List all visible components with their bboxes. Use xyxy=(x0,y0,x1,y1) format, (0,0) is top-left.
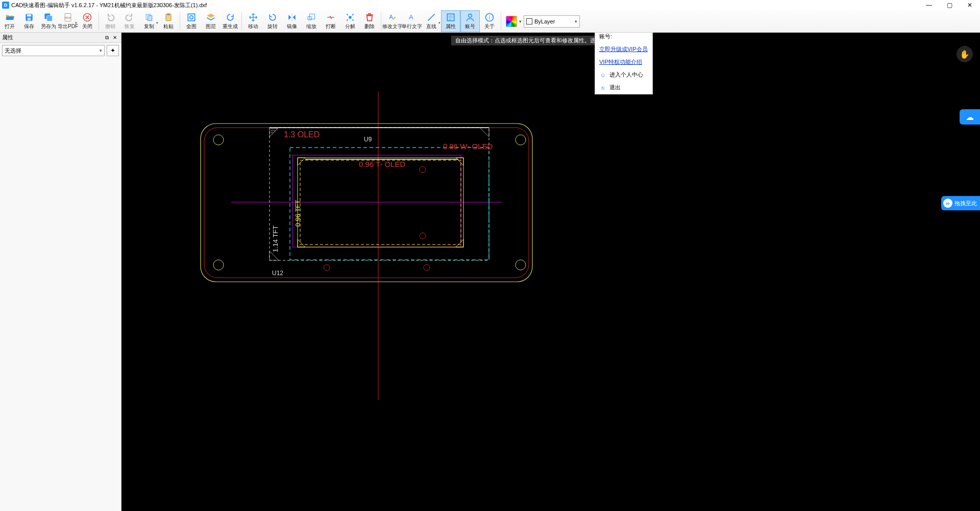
app-icon: D xyxy=(2,2,9,9)
selection-combo[interactable]: 无选择 ▾ xyxy=(2,45,105,56)
folder-open-icon xyxy=(4,12,15,22)
svg-rect-2 xyxy=(28,18,31,20)
break-button[interactable]: 打断 xyxy=(321,10,340,32)
layer-combo[interactable]: ByLayer ▾ xyxy=(524,15,580,28)
redo-button[interactable]: 恢复 xyxy=(120,10,139,32)
svg-point-28 xyxy=(213,135,224,145)
paste-button[interactable]: 粘贴 xyxy=(159,10,178,32)
refresh-icon xyxy=(225,12,236,22)
layer-combo-label: ByLayer xyxy=(534,18,555,25)
save-button[interactable]: 保存 xyxy=(19,10,39,32)
svg-rect-9 xyxy=(148,16,152,21)
svg-rect-1 xyxy=(27,14,31,16)
scale-button[interactable]: 缩放 xyxy=(302,10,321,32)
copy-icon xyxy=(143,12,155,22)
titlebar: D CAD快速看图-编辑助手 v1.6.2.17 - YM21机械约束最新版23… xyxy=(0,0,980,10)
svg-text:PDF: PDF xyxy=(65,16,71,19)
color-picker[interactable] xyxy=(506,16,517,27)
zoom-extents-icon xyxy=(186,12,197,22)
rotate-button[interactable]: 旋转 xyxy=(263,10,282,32)
svg-text:1.3  OLED: 1.3 OLED xyxy=(284,130,320,139)
svg-rect-20 xyxy=(447,14,454,20)
logout-link[interactable]: ⎋退出 xyxy=(595,81,652,94)
line-button[interactable]: 直线▾ xyxy=(422,10,441,32)
drag-tab[interactable]: ∞ 拖拽至此 xyxy=(941,196,980,210)
layer-color-swatch xyxy=(526,18,532,25)
selection-combo-label: 无选择 xyxy=(5,47,21,55)
mirror-button[interactable]: 镜像 xyxy=(282,10,302,32)
delete-button[interactable]: 删除 xyxy=(360,10,379,32)
close-file-button[interactable]: 关闭 xyxy=(78,10,97,32)
saveas-button[interactable]: 另存为 xyxy=(39,10,58,32)
line-icon xyxy=(426,12,437,22)
svg-text:U9: U9 xyxy=(364,136,372,143)
layers-icon xyxy=(205,12,216,22)
edit-text-icon: A xyxy=(387,12,398,22)
cloud-tab[interactable]: ☁ xyxy=(960,109,980,125)
chevron-down-icon: ▾ xyxy=(575,19,577,24)
properties-header: 属性 ⧉ ✕ xyxy=(0,33,121,43)
close-file-icon xyxy=(82,12,93,22)
edittext-button[interactable]: A 修改文字 xyxy=(383,10,402,32)
svg-line-19 xyxy=(428,14,434,20)
account-button[interactable]: 账号 xyxy=(460,10,480,32)
pan-tool-button[interactable]: ✋ xyxy=(957,46,973,62)
svg-text:U12: U12 xyxy=(272,270,283,277)
panel-float-icon[interactable]: ⧉ xyxy=(103,34,111,41)
panel-close-icon[interactable]: ✕ xyxy=(111,34,119,41)
undo-button[interactable]: 撤销 xyxy=(101,10,120,32)
copy-button[interactable]: 复制▾ xyxy=(139,10,159,32)
mirror-icon xyxy=(286,12,298,22)
profile-link[interactable]: ☺进入个人中心 xyxy=(595,68,652,81)
account-header: 账号: xyxy=(595,33,652,43)
delete-icon xyxy=(364,12,375,22)
properties-icon xyxy=(445,12,456,22)
svg-point-31 xyxy=(516,260,526,270)
minimize-button[interactable]: — xyxy=(919,0,939,10)
move-button[interactable]: 移动 xyxy=(243,10,263,32)
fullview-button[interactable]: 全图 xyxy=(182,10,201,32)
break-icon xyxy=(325,12,336,22)
layers-button[interactable]: 图层 xyxy=(201,10,220,32)
rotate-icon xyxy=(267,12,278,22)
cad-drawing: 1.3 OLED U9 0.96 W- OLED 0.96 T- OLED 0.… xyxy=(121,33,775,436)
drawing-canvas[interactable]: 自由选择模式：点选或框选图元后可查看和修改属性。选中后………相关操作 账号: 立… xyxy=(121,33,980,511)
maximize-button[interactable]: ▢ xyxy=(939,0,960,10)
about-button[interactable]: i 关于 xyxy=(480,10,499,32)
saveas-icon xyxy=(43,12,54,22)
color-dropdown-icon[interactable]: ▾ xyxy=(519,19,522,24)
pdf-icon: PDF xyxy=(62,12,74,22)
singletext-button[interactable]: A 单行文字 xyxy=(402,10,422,32)
chevron-down-icon: ▾ xyxy=(100,48,102,53)
svg-text:0.96     T-  OLED: 0.96 T- OLED xyxy=(359,160,406,168)
svg-text:1.14  TFT: 1.14 TFT xyxy=(272,225,279,252)
properties-panel: 属性 ⧉ ✕ 无选择 ▾ ✦ xyxy=(0,33,121,511)
svg-text:A: A xyxy=(409,14,413,21)
person-icon: ☺ xyxy=(599,71,606,79)
layer-controls: ▾ ByLayer ▾ xyxy=(503,10,583,32)
account-menu: 账号: 立即升级成VIP会员 VIP特权功能介绍 ☺进入个人中心 ⎋退出 xyxy=(595,33,653,94)
svg-rect-36 xyxy=(292,155,461,247)
scale-icon xyxy=(306,12,317,22)
paste-icon xyxy=(163,12,174,22)
toolbar: 打开 保存 另存为 PDF 导出PDF▾ 关闭 撤销 恢复 复制▾ 粘贴 全图 … xyxy=(0,10,980,33)
svg-rect-12 xyxy=(188,14,194,20)
svg-rect-4 xyxy=(47,16,53,21)
svg-point-43 xyxy=(424,264,430,271)
quick-select-button[interactable]: ✦ xyxy=(107,45,119,56)
close-button[interactable]: ✕ xyxy=(960,0,980,10)
svg-point-42 xyxy=(324,264,330,271)
properties-button[interactable]: 属性 xyxy=(441,10,460,32)
vip-intro-link[interactable]: VIP特权功能介绍 xyxy=(595,56,652,68)
properties-title: 属性 xyxy=(2,34,13,41)
redo-icon xyxy=(124,12,135,22)
svg-point-41 xyxy=(420,233,426,239)
regen-button[interactable]: 重生成 xyxy=(220,10,240,32)
upgrade-vip-link[interactable]: 立即升级成VIP会员 xyxy=(595,43,652,56)
svg-rect-16 xyxy=(349,16,352,19)
export-pdf-button[interactable]: PDF 导出PDF▾ xyxy=(58,10,78,32)
svg-rect-11 xyxy=(167,14,170,15)
explode-button[interactable]: 分解 xyxy=(340,10,360,32)
open-button[interactable]: 打开 xyxy=(0,10,19,32)
svg-text:i: i xyxy=(489,14,490,20)
